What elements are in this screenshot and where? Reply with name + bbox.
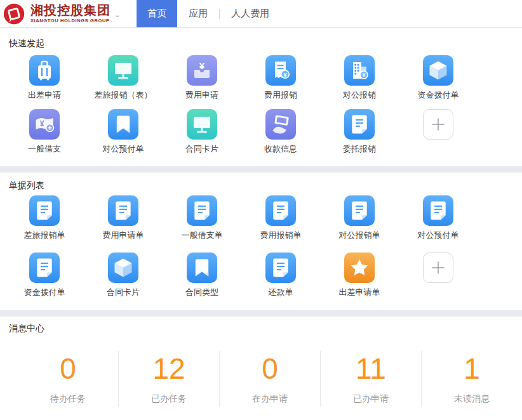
document-list-item[interactable]: 合同类型: [163, 253, 241, 298]
add-document-list-button[interactable]: [423, 253, 453, 283]
document-list-tile[interactable]: [344, 195, 375, 226]
stat-item[interactable]: 0待办任务: [18, 351, 118, 407]
cube-icon: [423, 55, 453, 86]
quick-launch-item[interactable]: 对公预付单: [84, 109, 163, 155]
plus-icon: [424, 109, 453, 140]
star-icon: [344, 253, 375, 283]
tab-apps[interactable]: 应用: [177, 0, 219, 27]
document-list-tile[interactable]: [108, 195, 138, 226]
document-icon: [344, 109, 375, 140]
document-list-item[interactable]: 出差申请单: [320, 253, 399, 298]
quick-launch-item[interactable]: ¥对公报销: [320, 55, 399, 101]
document-list-label: 差旅报销单: [24, 230, 65, 241]
document-list-item[interactable]: 资金拨付单: [5, 253, 84, 298]
document-list-label: 对公预付单: [418, 230, 459, 241]
section-separator: [0, 310, 522, 317]
brand-name: 湘投控股集团: [30, 4, 110, 16]
svg-text:¥: ¥: [199, 60, 205, 71]
quick-launch-tile[interactable]: ¥: [344, 55, 375, 86]
quick-launch-label: 差旅报销（表）: [95, 89, 152, 101]
section-quick-launch: 快速发起 出差申请差旅报销（表）¥费用申请¥费用报销¥对公报销资金拨付单¥一般借…: [0, 28, 522, 166]
quick-launch-tile[interactable]: [423, 55, 453, 86]
document-list-tile[interactable]: [265, 253, 296, 283]
document-list-item[interactable]: 一般借支单: [163, 195, 241, 241]
quick-launch-item[interactable]: 合同卡片: [163, 109, 241, 155]
svg-text:¥: ¥: [40, 119, 44, 128]
stat-item[interactable]: 1未读消息: [421, 351, 522, 407]
section-title-quick-launch: 快速发起: [0, 28, 522, 49]
stat-item[interactable]: 11已办申请: [320, 351, 421, 407]
document-list-tile[interactable]: [265, 195, 296, 226]
section-title-document-list: 单据列表: [0, 173, 522, 192]
document-list-item[interactable]: 对公报销单: [320, 195, 399, 241]
document-list-tile[interactable]: [29, 195, 60, 226]
quick-launch-tile[interactable]: ¥: [187, 55, 217, 86]
quick-launch-tile[interactable]: [265, 109, 296, 140]
document-list-tile[interactable]: [108, 253, 138, 283]
document-list-item[interactable]: 对公预付单: [399, 195, 478, 241]
document-list-tile[interactable]: [29, 253, 60, 283]
add-quick-launch-button[interactable]: [423, 109, 453, 140]
quick-launch-item[interactable]: 收款信息: [241, 109, 320, 155]
quick-launch-tile[interactable]: [108, 109, 138, 140]
quick-launch-item[interactable]: 出差申请: [5, 55, 84, 101]
quick-launch-tile[interactable]: [29, 55, 60, 86]
section-separator: [0, 166, 522, 173]
quick-launch-tile[interactable]: [108, 55, 138, 86]
quick-launch-tile[interactable]: ¥: [29, 109, 60, 140]
document-list-grid: 差旅报销单费用申请单一般借支单费用报销单对公报销单对公预付单资金拨付单合同卡片合…: [0, 195, 522, 298]
add-quick-launch-button[interactable]: [399, 109, 478, 155]
quick-launch-tile[interactable]: [187, 109, 217, 140]
document-list-tile[interactable]: [344, 253, 375, 283]
building-yen-icon: ¥: [344, 55, 375, 86]
bookmark-icon: [187, 253, 217, 283]
quick-launch-item[interactable]: 委托报销: [320, 109, 399, 155]
quick-launch-label: 出差申请: [28, 89, 61, 101]
document-list-tile[interactable]: [187, 195, 217, 226]
quick-launch-tile[interactable]: ¥: [265, 55, 296, 86]
document-list-item[interactable]: 合同卡片: [84, 253, 163, 298]
brand-switcher[interactable]: 湘投控股集团 XIANGTOU HOLDINGS GROUP ⌄: [0, 0, 120, 27]
document-list-item[interactable]: 费用申请单: [84, 195, 163, 241]
document-icon: [265, 195, 296, 226]
document-icon: [108, 195, 138, 226]
section-document-list: 单据列表 差旅报销单费用申请单一般借支单费用报销单对公报销单对公预付单资金拨付单…: [0, 173, 522, 310]
suitcase-icon: [29, 55, 60, 86]
document-icon: [423, 195, 453, 226]
quick-launch-label: 费用报销: [264, 89, 297, 101]
document-list-item[interactable]: 差旅报销单: [5, 195, 84, 241]
quick-launch-label: 一般借支: [28, 143, 61, 155]
quick-launch-tile[interactable]: [344, 109, 375, 140]
document-icon: [29, 253, 60, 283]
section-title-message-center: 消息中心: [0, 317, 522, 334]
quick-launch-item[interactable]: ¥费用申请: [163, 55, 241, 101]
cube-icon: [108, 253, 138, 283]
document-list-item[interactable]: 还款单: [241, 253, 320, 298]
document-icon: [187, 195, 217, 226]
message-center-stats: 0待办任务12已办任务0在办申请11已办申请1未读消息: [0, 351, 522, 407]
quick-launch-item[interactable]: 资金拨付单: [399, 55, 478, 101]
document-list-tile[interactable]: [187, 253, 217, 283]
chevron-down-icon[interactable]: ⌄: [114, 11, 120, 19]
stat-value: 0: [220, 351, 320, 386]
stat-value: 12: [119, 351, 219, 386]
top-nav: 首页 应用 人人费用: [137, 0, 281, 27]
quick-launch-item[interactable]: ¥费用报销: [241, 55, 320, 101]
tab-home[interactable]: 首页: [137, 0, 177, 27]
quick-launch-item[interactable]: 差旅报销（表）: [84, 55, 163, 101]
document-list-label: 还款单: [269, 287, 293, 298]
receipt-yen-icon: ¥: [265, 55, 296, 86]
document-list-tile[interactable]: [423, 195, 453, 226]
red-circle-square-logo-icon: [3, 2, 27, 26]
stat-item[interactable]: 12已办任务: [118, 351, 219, 407]
document-list-item[interactable]: 费用报销单: [241, 195, 320, 241]
stat-label: 在办申请: [220, 393, 320, 404]
document-list-label: 一般借支单: [182, 230, 223, 241]
quick-launch-item[interactable]: ¥一般借支: [5, 109, 84, 155]
tab-renren-expense[interactable]: 人人费用: [220, 0, 281, 27]
stat-item[interactable]: 0在办申请: [219, 351, 320, 407]
stat-label: 未读消息: [422, 393, 522, 404]
add-document-list-button[interactable]: [399, 253, 478, 298]
svg-text:¥: ¥: [362, 72, 365, 78]
stat-value: 11: [321, 351, 421, 386]
